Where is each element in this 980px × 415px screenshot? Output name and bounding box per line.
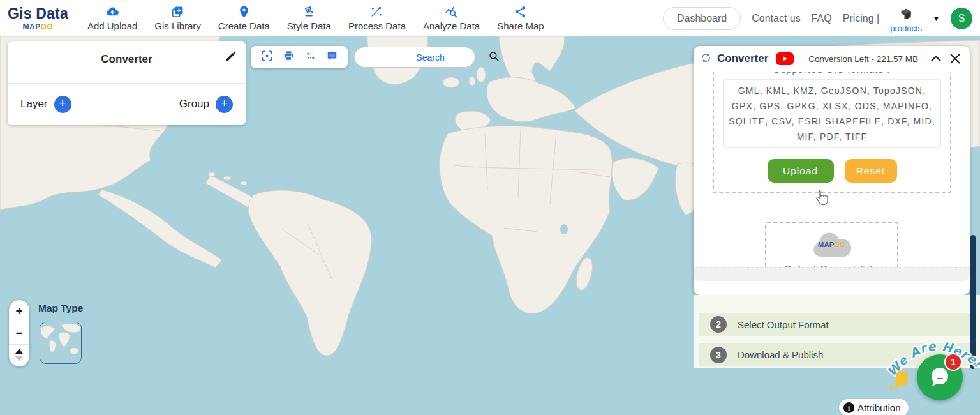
chevron-down-icon[interactable]: ▼ — [933, 15, 940, 22]
map-type-switcher[interactable] — [40, 322, 82, 364]
layer-label: Layer — [20, 98, 48, 110]
add-layer-button[interactable]: + — [54, 96, 71, 113]
comment-icon[interactable] — [326, 50, 338, 64]
converter-panel: Converter Conversion Left - 221.57 MB Su… — [694, 46, 970, 295]
edit-pencil-icon[interactable] — [225, 50, 237, 65]
print-icon[interactable] — [283, 50, 295, 64]
info-icon: i — [843, 402, 854, 413]
products-menu[interactable]: products — [890, 8, 922, 33]
route-icon — [370, 5, 383, 19]
nav-gis-library[interactable]: Gis Library — [154, 5, 201, 31]
conversion-left-text: Conversion Left - 221.57 MB — [799, 54, 924, 64]
nav-add-upload[interactable]: Add Upload — [87, 5, 137, 31]
logo-subtitle: MAPOG — [23, 23, 54, 31]
upload-actions: Upload Reset — [723, 159, 941, 183]
upload-button[interactable]: Upload — [768, 159, 834, 183]
formats-box: GML, KML, KMZ, GeoJSON, TopoJSON, GPX, G… — [723, 79, 941, 148]
close-icon[interactable] — [948, 52, 962, 66]
measure-icon[interactable] — [304, 50, 316, 64]
waving-hand-icon — [887, 368, 914, 396]
map-search — [354, 47, 475, 68]
layer-control: Layer + — [20, 96, 71, 113]
supported-formats-list: GML, KML, KMZ, GeoJSON, TopoJSON, GPX, G… — [729, 83, 935, 144]
youtube-icon[interactable] — [776, 52, 794, 65]
zoom-slider-handle[interactable] — [15, 345, 23, 361]
step-number-badge: 3 — [710, 347, 727, 363]
capture-icon[interactable] — [261, 50, 273, 64]
map-type-label: Map Type — [38, 303, 83, 314]
share-icon — [514, 5, 527, 19]
navbar-right: Dashboard Contact us FAQ Pricing | produ… — [663, 4, 972, 33]
triangle-up-icon — [15, 349, 23, 354]
logo-title: Gis Data — [8, 6, 68, 21]
attribution-label: Attribution — [858, 402, 901, 413]
layers-panel-header: Converter — [8, 42, 246, 84]
paint-icon — [302, 5, 316, 19]
zoom-out-button[interactable]: − — [9, 322, 29, 344]
chat-unread-badge: 1 — [944, 353, 962, 371]
top-navbar: Gis Data MAPOG Add Upload Gis Library Cr… — [0, 0, 980, 36]
nav-process-data[interactable]: Process Data — [348, 5, 406, 31]
step-number-badge: 2 — [710, 316, 727, 333]
converter-panel-body: Supported GIS formats : GML, KML, KMZ, G… — [694, 72, 970, 281]
location-pin-icon — [237, 5, 251, 19]
zoom-control: + − — [9, 300, 29, 366]
contact-us-link[interactable]: Contact us — [752, 13, 800, 24]
converter-panel-header: Converter Conversion Left - 221.57 MB — [694, 46, 970, 72]
group-control: Group + — [179, 96, 233, 113]
attribution-button[interactable]: i Attribution — [839, 399, 909, 415]
supported-formats-heading: Supported GIS formats : — [723, 72, 941, 76]
layers-panel: Converter Layer + Group + — [8, 42, 246, 125]
triangle-down-icon — [15, 356, 23, 361]
user-avatar[interactable]: S — [951, 8, 972, 29]
nav-analyze-data[interactable]: Analyze Data — [423, 5, 480, 31]
pricing-link[interactable]: Pricing | — [843, 13, 880, 24]
nav-create-data[interactable]: Create Data — [218, 5, 270, 31]
dashboard-button[interactable]: Dashboard — [663, 7, 741, 30]
group-label: Group — [179, 98, 209, 110]
chart-search-icon — [445, 5, 458, 19]
collapse-chevron-up-icon[interactable] — [929, 52, 943, 66]
main-menu: Add Upload Gis Library Create Data Style… — [87, 5, 544, 31]
nav-style-data[interactable]: Style Data — [287, 5, 331, 31]
sync-icon[interactable] — [700, 52, 712, 66]
map-toolbar — [251, 46, 348, 68]
layer-group-row: Layer + Group + — [8, 84, 246, 124]
cloud-upload-icon — [106, 5, 119, 19]
converter-panel-title: Converter — [717, 52, 768, 65]
cube-icon — [900, 8, 912, 23]
faq-link[interactable]: FAQ — [812, 13, 832, 24]
step-select-output-format[interactable]: 2 Select Output Format — [699, 313, 972, 336]
panel-footer-scroll[interactable] — [694, 267, 970, 281]
gis-data-app: Gis Data MAPOG Add Upload Gis Library Cr… — [0, 0, 980, 415]
logo[interactable]: Gis Data MAPOG — [8, 6, 68, 31]
map-canvas[interactable]: Converter Layer + Group + — [0, 36, 980, 415]
search-icon[interactable] — [488, 50, 500, 64]
play-triangle — [783, 56, 787, 61]
upload-dropzone[interactable]: Supported GIS formats : GML, KML, KMZ, G… — [713, 72, 951, 193]
nav-share-map[interactable]: Share Map — [497, 5, 544, 31]
page-scrollbar[interactable] — [970, 235, 976, 369]
zoom-in-button[interactable]: + — [9, 300, 29, 322]
reset-button[interactable]: Reset — [845, 159, 897, 183]
search-input[interactable] — [355, 52, 488, 63]
mapog-cloud-icon: MAPOG — [809, 230, 855, 259]
map-type-thumbnail — [40, 322, 81, 363]
add-group-button[interactable]: + — [216, 96, 233, 113]
layers-panel-title: Converter — [8, 53, 246, 66]
library-plus-icon — [171, 5, 184, 19]
